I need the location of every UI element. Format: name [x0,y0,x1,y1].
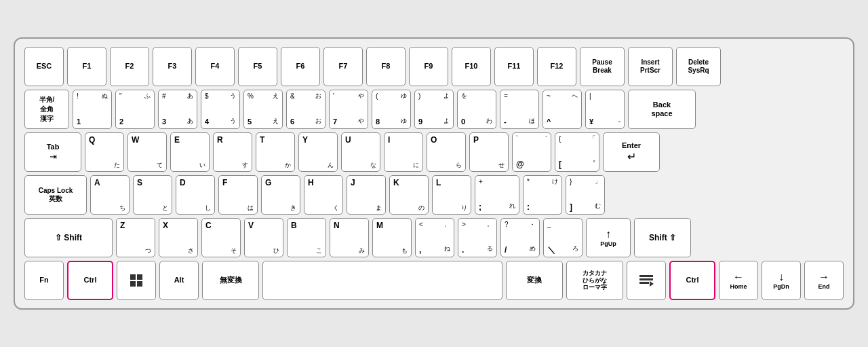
key-app[interactable] [627,261,666,300]
zxcv-row: ⇧ Shift Z つ X さ C そ V ひ [24,218,844,257]
asdf-row: Caps Lock英数 A ち S と D し F は [24,175,844,215]
key-fn[interactable]: Fn [24,261,64,300]
key-ro[interactable]: _ ＼ろ [543,218,583,257]
svg-rect-2 [130,281,136,287]
key-backspace[interactable]: Backspace [628,90,696,129]
key-f1[interactable]: F1 [67,47,106,86]
key-w[interactable]: W て [127,132,167,172]
key-k[interactable]: K の [389,175,429,215]
app-menu-icon [639,274,654,287]
key-3[interactable]: #あ 3あ [158,90,197,129]
key-shift-left[interactable]: ⇧ Shift [24,218,113,257]
svg-marker-7 [650,281,654,287]
svg-rect-3 [137,281,142,287]
key-2[interactable]: "ふ 2 [115,90,155,129]
key-pause[interactable]: PauseBreak [580,47,625,86]
key-j[interactable]: J ま [347,175,386,215]
key-z[interactable]: Z つ [116,218,155,257]
key-insert[interactable]: InsertPrtScr [628,47,673,86]
key-period[interactable]: >。 .る [458,218,497,257]
key-enter[interactable]: Enter ↵ [603,132,660,172]
key-bracket-close[interactable]: }」 ]む [566,175,605,215]
key-t[interactable]: T か [256,132,295,172]
key-f9[interactable]: F9 [409,47,448,86]
number-row: 半角/全角漢字 !ぬ 1 "ふ 2 #あ 3あ $う 4う [24,90,844,129]
key-9[interactable]: )よ 9よ [414,90,454,129]
key-bracket-open[interactable]: {「 [° [555,132,599,172]
key-b[interactable]: B こ [287,218,326,257]
key-i[interactable]: I に [384,132,423,172]
key-capslock[interactable]: Caps Lock英数 [24,175,87,215]
key-q[interactable]: Q た [85,132,124,172]
key-left-arrow[interactable]: ← Home [719,261,758,300]
key-g[interactable]: G き [261,175,300,215]
key-u[interactable]: U な [341,132,380,172]
key-f5[interactable]: F5 [238,47,277,86]
key-f7[interactable]: F7 [323,47,363,86]
key-colon[interactable]: *け : [523,175,562,215]
key-o[interactable]: O ら [427,132,466,172]
key-c[interactable]: C そ [201,218,241,257]
key-x[interactable]: X さ [159,218,198,257]
qwerty-row: Tab ⇥ Q た W て E い R す [24,132,844,172]
bottom-row: Fn Ctrl Alt 無変換 変換 カタカナひらがなロー [24,261,844,300]
function-row: ESC F1 F2 F3 F4 F5 F6 F7 F8 F9 F10 [24,47,844,86]
key-comma[interactable]: <、 ,ね [415,218,454,257]
key-f12[interactable]: F12 [537,47,576,86]
key-s[interactable]: S と [133,175,172,215]
key-y[interactable]: Y ん [298,132,338,172]
key-7[interactable]: 'や 7や [329,90,368,129]
key-tab[interactable]: Tab ⇥ [24,132,81,172]
key-m[interactable]: M も [372,218,412,257]
key-f3[interactable]: F3 [153,47,192,86]
key-win[interactable] [117,261,156,300]
key-ctrl-left[interactable]: Ctrl [67,261,113,300]
key-delete[interactable]: DeleteSysRq [676,47,721,86]
key-0[interactable]: を 0わ [457,90,496,129]
key-at[interactable]: `゛ @ [512,132,551,172]
key-4[interactable]: $う 4う [201,90,240,129]
key-esc[interactable]: ESC [24,47,64,86]
windows-icon [130,274,143,287]
key-hankaku[interactable]: 半角/全角漢字 [24,90,69,129]
key-pgdn[interactable]: ↓ PgDn [762,261,801,300]
key-katakana[interactable]: カタカナひらがなローマ字 [566,261,623,300]
svg-rect-5 [639,278,653,280]
key-v[interactable]: V ひ [244,218,283,257]
key-yen[interactable]: | ¥- [585,90,625,129]
key-l[interactable]: L り [432,175,471,215]
key-space[interactable] [262,261,502,300]
key-shift-right[interactable]: Shift ⇧ [634,218,691,257]
key-f6[interactable]: F6 [281,47,320,86]
key-pgup[interactable]: ↑ PgUp [586,218,631,257]
key-ctrl-right[interactable]: Ctrl [669,261,715,300]
key-minus[interactable]: = -ほ [500,90,539,129]
key-f8[interactable]: F8 [366,47,406,86]
key-a[interactable]: A ち [90,175,130,215]
key-f2[interactable]: F2 [110,47,149,86]
key-6[interactable]: &お 6お [286,90,326,129]
svg-rect-0 [130,274,136,280]
svg-rect-1 [137,274,142,280]
svg-rect-6 [639,282,649,284]
key-f4[interactable]: F4 [195,47,235,86]
key-slash[interactable]: ?・ /め [500,218,540,257]
key-h[interactable]: H く [304,175,343,215]
key-5[interactable]: %え 5え [243,90,283,129]
key-caret[interactable]: ~へ ^ [542,90,582,129]
key-henkan[interactable]: 変換 [506,261,563,300]
key-end[interactable]: → End [804,261,844,300]
key-f10[interactable]: F10 [452,47,491,86]
key-1[interactable]: !ぬ 1 [73,90,112,129]
key-p[interactable]: P せ [469,132,509,172]
key-f[interactable]: F は [218,175,258,215]
key-semicolon[interactable]: + ;れ [475,175,519,215]
key-r[interactable]: R す [213,132,252,172]
key-d[interactable]: D し [176,175,215,215]
key-f11[interactable]: F11 [494,47,534,86]
key-muhenkan[interactable]: 無変換 [202,261,259,300]
key-8[interactable]: (ゆ 8ゆ [372,90,411,129]
key-n[interactable]: N み [330,218,369,257]
key-e[interactable]: E い [170,132,210,172]
key-alt-left[interactable]: Alt [159,261,199,300]
